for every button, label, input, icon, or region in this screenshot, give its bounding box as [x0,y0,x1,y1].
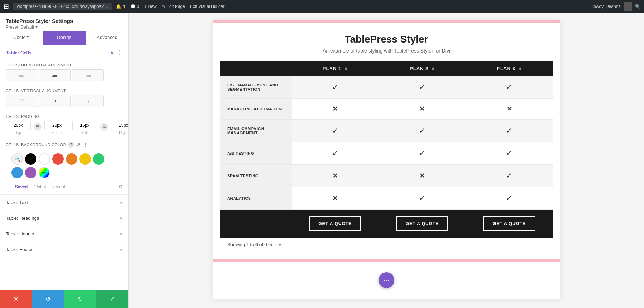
align-right-button[interactable] [72,69,104,81]
panel-title-area: TablePress Styler Settings Preset: Defau… [0,13,128,31]
svg-rect-9 [20,99,24,100]
get-quote-plan1-button[interactable]: GET A QUOTE [309,216,361,231]
edit-page-button[interactable]: ✎ Edit Page [162,4,185,9]
row-feature: MARKETING AUTOMATION [220,99,292,120]
color-eyedropper[interactable]: 🔍 [11,153,23,165]
color-swatches: 🔍 ✏ [6,150,123,181]
undo-button[interactable]: ↺ [32,290,64,308]
svg-rect-11 [23,100,23,101]
svg-rect-17 [88,101,89,103]
v-align-top-button[interactable] [6,95,38,107]
svg-rect-2 [19,76,24,77]
v-align-field: Cells: Vertical Alignment [0,85,128,111]
check-icon: ✓ [506,83,512,91]
padding-label: Cells: Padding [6,114,123,119]
table-header-title: Table: Header [6,231,35,237]
table-text-header[interactable]: Table: Text ∨ [0,195,128,210]
table-header-header[interactable]: Table: Header ∨ [0,226,128,242]
main-layout: TablePress Styler Settings Preset: Defau… [0,13,644,308]
padding-right-input[interactable]: 15px [111,121,128,130]
link-lr-button[interactable]: ⛓ [100,123,108,131]
floating-dots-button[interactable]: ··· [379,272,394,288]
color-black[interactable] [25,153,36,165]
color-settings-icon[interactable]: ⚙ [119,184,123,189]
bg-color-header: Cells: Background Color ? ↺ ⋮ [6,142,123,148]
comments-count[interactable]: 🔔 4 [116,4,125,9]
search-icon[interactable]: 🔍 [635,4,640,9]
check-icon: ✓ [506,126,512,135]
svg-rect-8 [86,76,91,77]
svg-rect-5 [52,76,57,77]
table-row: EMAIL CAMPAIGN MANAGEMENT✓✓✓ [220,120,553,142]
tab-advanced[interactable]: Advanced [86,31,128,45]
link-lr-connector: ⛓ [100,121,108,131]
color-blue[interactable] [11,167,23,178]
collapse-cells-icon[interactable]: ∧ [110,49,114,56]
check-icon: ✓ [419,194,425,203]
v-align-buttons [6,95,123,107]
check-icon: ✓ [506,171,512,180]
color-purple[interactable] [25,167,36,178]
cancel-button[interactable]: ✕ [0,290,32,308]
v-align-label: Cells: Vertical Alignment [6,89,123,93]
color-saved-tab[interactable]: Saved [15,184,28,189]
table-row: SPAM TESTING✕✕✓ [220,165,553,187]
color-green[interactable] [93,153,104,165]
cells-more-icon[interactable]: ⋮ [117,49,123,56]
check-icon: ✓ [332,149,338,158]
check-icon: ✓ [506,149,512,158]
footer-plan3-cell: GET A QUOTE [466,210,553,238]
color-dots-tab[interactable]: ··· [6,184,9,189]
padding-left-label: Left [82,131,88,135]
color-reset-icon[interactable]: ↺ [76,142,80,148]
panel-title: TablePress Styler Settings [6,18,123,24]
padding-right-label: Right [119,131,127,135]
color-custom-picker[interactable]: ✏ [39,167,50,178]
save-button[interactable]: ✓ [96,290,128,308]
color-yellow[interactable] [79,153,91,165]
sort-icon-plan1[interactable]: ⇅ [345,67,348,71]
padding-bottom-input[interactable]: 20px [44,121,69,130]
padding-top-input[interactable]: 20px [6,121,31,130]
table-row: MARKETING AUTOMATION✕✕✕ [220,99,553,120]
color-white[interactable] [39,153,50,165]
messages-count[interactable]: 💬 0 [130,4,140,9]
check-icon: ✓ [419,126,425,135]
align-left-button[interactable] [6,69,38,81]
sort-icon-plan2[interactable]: ⇅ [431,67,435,71]
redo-button[interactable]: ↻ [64,290,97,308]
color-more-icon[interactable]: ⋮ [83,142,88,148]
row-feature: SPAM TESTING [220,165,292,187]
link-tb-button[interactable]: ⛓ [34,123,42,131]
preset-chevron: ▾ [35,25,38,30]
sort-icon-plan3[interactable]: ⇅ [518,67,522,71]
exit-visual-builder-button[interactable]: Exit Visual Builder [190,4,225,9]
color-recent-tab[interactable]: Recent [52,184,65,189]
align-center-button[interactable] [39,69,71,81]
svg-rect-6 [85,74,91,74]
color-global-tab[interactable]: Global [33,184,46,189]
padding-field: Cells: Padding 20px Top ⛓ 20px Bottom 15… [0,111,128,138]
h-align-field: Cells: Horizontal Alignment [0,59,128,85]
color-red[interactable] [52,153,64,165]
cross-icon: ✕ [507,105,512,113]
get-quote-plan3-button[interactable]: GET A QUOTE [483,216,535,231]
cross-icon: ✕ [332,172,338,179]
row-plan3: ✕ [466,99,553,120]
padding-left-input[interactable]: 15px [72,121,97,130]
tab-design[interactable]: Design [43,31,86,45]
row-plan2: ✕ [379,99,465,120]
v-align-bottom-button[interactable] [72,95,104,107]
preset-selector[interactable]: Preset: Default ▾ [6,25,123,30]
new-button[interactable]: + New [144,4,156,9]
v-align-middle-button[interactable] [39,95,71,107]
svg-rect-0 [19,74,25,74]
color-help-icon[interactable]: ? [68,142,74,148]
get-quote-plan2-button[interactable]: GET A QUOTE [396,216,448,231]
table-footer-header[interactable]: Table: Footer ∨ [0,242,128,257]
topbar: ⊞ wordpress-784896-3610405.cloudwaysapps… [0,0,644,13]
table-headings-header[interactable]: Table: Headings ∨ [0,210,128,226]
color-orange[interactable] [66,153,77,165]
tab-content[interactable]: Content [0,31,43,45]
table-body: LIST MANAGEMENT AND SEGMENTATION✓✓✓MARKE… [220,76,553,210]
